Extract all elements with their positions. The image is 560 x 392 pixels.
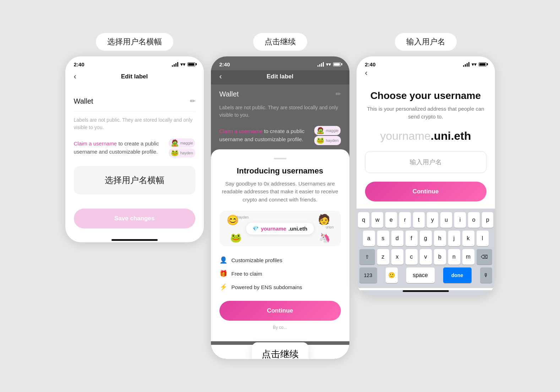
key-l[interactable]: l bbox=[477, 231, 489, 246]
key-g[interactable]: g bbox=[420, 231, 432, 246]
username-colored: yourname bbox=[261, 226, 286, 232]
screen2-avatar-emoji-1: 🧟 bbox=[316, 127, 324, 134]
screen3-back-button[interactable]: ‹ bbox=[365, 68, 368, 78]
screen2-phone: 2:40 ▾▾ ‹ Edit label bbox=[211, 56, 349, 359]
key-n[interactable]: n bbox=[448, 249, 460, 265]
key-d[interactable]: d bbox=[391, 231, 403, 246]
wallet-label-row: Wallet ✏ bbox=[74, 92, 195, 111]
key-c[interactable]: c bbox=[406, 249, 418, 265]
screen2-avatars-stack: 🧟 maggie 🐸 hayden bbox=[314, 126, 341, 145]
signal-bars-3 bbox=[463, 62, 469, 67]
backspace-key[interactable]: ⌫ bbox=[477, 249, 492, 265]
username-input-tooltip[interactable]: 输入用户名 bbox=[365, 151, 486, 173]
screen2-avatar-name-1: maggie bbox=[326, 128, 338, 133]
wifi-icon-2: ▾▾ bbox=[326, 62, 331, 67]
shift-key[interactable]: ⇧ bbox=[359, 249, 375, 265]
key-r[interactable]: r bbox=[399, 212, 411, 228]
screen1-back-button[interactable]: ‹ bbox=[74, 72, 76, 81]
key-x[interactable]: x bbox=[391, 249, 403, 265]
key-v[interactable]: v bbox=[420, 249, 432, 265]
key-k[interactable]: k bbox=[462, 231, 474, 246]
bolt-feature-icon: ⚡ bbox=[219, 283, 227, 291]
screen2-label-info: Labels are not public. They are stored l… bbox=[219, 104, 341, 119]
num-key[interactable]: 123 bbox=[359, 267, 377, 283]
avatar-chip-1: 🧟 maggie bbox=[169, 138, 195, 148]
key-q[interactable]: q bbox=[358, 212, 370, 228]
space-key[interactable]: space bbox=[406, 267, 435, 283]
key-f[interactable]: f bbox=[406, 231, 418, 246]
feature-item-3: ⚡ Powered by ENS subdomains bbox=[219, 280, 341, 294]
home-indicator bbox=[112, 239, 158, 241]
screen3-nav: ‹ bbox=[357, 70, 495, 77]
key-b[interactable]: b bbox=[434, 249, 446, 265]
emoji-key[interactable]: 🙂 bbox=[386, 267, 398, 283]
screen2-claim-text: Claim a username to create a public user… bbox=[219, 127, 310, 143]
screen2-title: 点击继续 bbox=[253, 33, 307, 51]
screen2-status-icons: ▾▾ bbox=[317, 62, 341, 67]
avatars-stack: 🧟 maggie 🐸 hayden bbox=[169, 138, 195, 158]
screen3-time: 2:40 bbox=[365, 61, 376, 67]
wifi-icon: ▾▾ bbox=[180, 62, 185, 67]
modal-handle bbox=[274, 158, 287, 159]
key-t[interactable]: t bbox=[413, 212, 425, 228]
feature-label-3: Powered by ENS subdomains bbox=[232, 284, 302, 290]
screen1-nav: ‹ Edit label bbox=[65, 70, 204, 84]
continue-button[interactable]: Continue bbox=[219, 301, 341, 321]
screen1-wrapper: 选择用户名横幅 2:40 ▾▾ bbox=[65, 33, 204, 242]
keyboard-row-bottom: 123 🙂 space done 🎙 bbox=[358, 267, 494, 283]
mic-key[interactable]: 🎙 bbox=[480, 267, 492, 283]
screen2-back-button[interactable]: ‹ bbox=[219, 72, 222, 81]
screen2-nav-title: Edit label bbox=[267, 73, 294, 80]
keyboard-row-1: q w e r t y u i o p bbox=[358, 212, 494, 228]
username-banner: 选择用户名横幅 bbox=[74, 166, 195, 194]
keyboard: q w e r t y u i o p a s d f g h bbox=[357, 209, 495, 288]
feature-item-2: 🎁 Free to claim bbox=[219, 267, 341, 280]
signal-bars-2 bbox=[317, 62, 324, 67]
screen2-wallet-text: Wallet bbox=[219, 90, 239, 98]
screen2-nav: ‹ Edit label bbox=[211, 70, 349, 84]
save-changes-button[interactable]: Save changes bbox=[74, 209, 195, 228]
claim-link[interactable]: Claim a username bbox=[74, 140, 117, 147]
done-key[interactable]: done bbox=[443, 267, 472, 283]
screen2-avatar-emoji-2: 🐸 bbox=[316, 137, 324, 144]
home-indicator-3 bbox=[403, 290, 449, 292]
feature-item-1: 👤 Customizable profiles bbox=[219, 253, 341, 267]
feature-label-1: Customizable profiles bbox=[232, 257, 282, 263]
floating-avatar-3: 🐸 bbox=[230, 232, 241, 243]
uni-placeholder: yourname bbox=[380, 129, 430, 142]
edit-icon[interactable]: ✏ bbox=[190, 97, 195, 105]
screen2-claim-section: Claim a username to create a public user… bbox=[219, 126, 341, 145]
screen2-wrapper: 点击继续 2:40 ▾▾ bbox=[211, 33, 349, 359]
click-continue-tooltip: 点击继续 bbox=[252, 342, 309, 359]
avatar-chip-2: 🐸 hayden bbox=[169, 148, 195, 158]
key-w[interactable]: w bbox=[371, 212, 383, 228]
battery-icon bbox=[187, 62, 195, 66]
key-m[interactable]: m bbox=[462, 249, 474, 265]
key-h[interactable]: h bbox=[434, 231, 446, 246]
username-suffix: .uni.eth bbox=[288, 226, 307, 232]
key-u[interactable]: u bbox=[440, 212, 452, 228]
label-info: Labels are not public. They are stored l… bbox=[74, 116, 195, 131]
key-j[interactable]: j bbox=[448, 231, 460, 246]
key-i[interactable]: i bbox=[454, 212, 466, 228]
username-visual: 😊 hayden 🧑 urion 💎 yourname.uni.eth 🐸 🦄 bbox=[219, 211, 341, 246]
screen3-phone: 2:40 ▾▾ ‹ bbox=[357, 56, 495, 296]
screen1-phone: 2:40 ▾▾ ‹ Edit label bbox=[65, 56, 204, 242]
wifi-icon-3: ▾▾ bbox=[472, 62, 477, 67]
screen3-continue-button[interactable]: Continue bbox=[365, 182, 486, 201]
key-e[interactable]: e bbox=[385, 212, 397, 228]
screen2-avatar-chip-1: 🧟 maggie bbox=[314, 126, 341, 135]
key-a[interactable]: a bbox=[363, 231, 375, 246]
keyboard-row-3: ⇧ z x c v b n m ⌫ bbox=[358, 249, 494, 265]
screen2-claim-link[interactable]: Claim a username bbox=[219, 128, 263, 134]
key-s[interactable]: s bbox=[377, 231, 389, 246]
screen2-upper: Wallet ✏ Labels are not public. They are… bbox=[211, 84, 349, 152]
key-y[interactable]: y bbox=[427, 212, 439, 228]
screen3-status-icons: ▾▾ bbox=[463, 62, 486, 67]
key-z[interactable]: z bbox=[377, 249, 389, 265]
key-o[interactable]: o bbox=[468, 212, 480, 228]
screen2-wallet-row: Wallet ✏ bbox=[219, 84, 341, 104]
screen2-edit-icon[interactable]: ✏ bbox=[336, 90, 341, 98]
key-p[interactable]: p bbox=[482, 212, 494, 228]
choose-title: Choose your username bbox=[365, 90, 486, 101]
